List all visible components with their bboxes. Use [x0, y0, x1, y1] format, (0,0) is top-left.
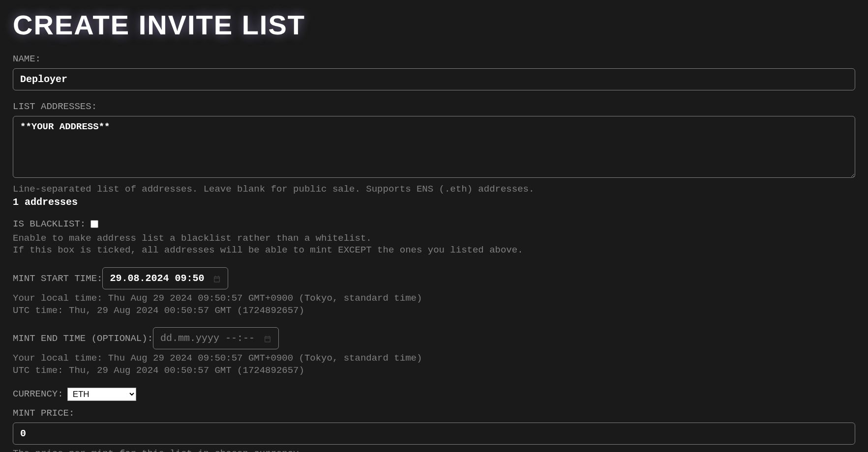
currency-field-group: CURRENCY: ETH [13, 388, 855, 401]
is-blacklist-label: IS BLACKLIST: [13, 219, 86, 229]
mint-start-time-field-group: MINT START TIME: 29.08.2024 09:50 Your l… [13, 267, 855, 316]
page-title: CREATE INVITE LIST [13, 9, 855, 41]
mint-price-input[interactable] [13, 423, 855, 445]
mint-end-local-time: Your local time: Thu Aug 29 2024 09:50:5… [13, 352, 855, 365]
mint-end-time-label: MINT END TIME (OPTIONAL): [13, 333, 153, 344]
list-addresses-textarea[interactable]: **YOUR ADDRESS** [13, 116, 855, 178]
list-addresses-helper: Line-separated list of addresses. Leave … [13, 183, 855, 196]
name-input[interactable] [13, 68, 855, 90]
mint-price-helper-1: The price per mint for this list in chos… [13, 448, 855, 452]
is-blacklist-helper-2: If this box is ticked, all addresses wil… [13, 244, 855, 256]
list-addresses-field-group: LIST ADDRESSES: **YOUR ADDRESS** Line-se… [13, 101, 855, 208]
is-blacklist-helper-1: Enable to make address list a blacklist … [13, 232, 855, 245]
mint-end-time-input[interactable]: dd.mm.yyyy --:-- [153, 327, 279, 349]
currency-label: CURRENCY: [13, 389, 63, 399]
list-addresses-label: LIST ADDRESSES: [13, 101, 97, 112]
is-blacklist-field-group: IS BLACKLIST: Enable to make address lis… [13, 219, 855, 256]
currency-select[interactable]: ETH [67, 388, 136, 401]
mint-start-time-value: 29.08.2024 09:50 [110, 273, 204, 284]
mint-price-field-group: MINT PRICE: The price per mint for this … [13, 408, 855, 452]
mint-start-time-input[interactable]: 29.08.2024 09:50 [102, 267, 228, 289]
is-blacklist-checkbox[interactable] [90, 220, 98, 228]
mint-end-time-field-group: MINT END TIME (OPTIONAL): dd.mm.yyyy --:… [13, 327, 855, 376]
mint-end-utc-time: UTC time: Thu, 29 Aug 2024 00:50:57 GMT … [13, 365, 855, 377]
mint-price-label: MINT PRICE: [13, 408, 74, 419]
name-label: NAME: [13, 54, 41, 64]
mint-end-time-placeholder: dd.mm.yyyy --:-- [160, 333, 255, 344]
address-count: 1 addresses [13, 197, 855, 208]
calendar-icon [213, 275, 221, 282]
name-field-group: NAME: [13, 54, 855, 90]
mint-start-local-time: Your local time: Thu Aug 29 2024 09:50:5… [13, 292, 855, 305]
calendar-icon [264, 335, 271, 342]
mint-start-utc-time: UTC time: Thu, 29 Aug 2024 00:50:57 GMT … [13, 305, 855, 317]
mint-start-time-label: MINT START TIME: [13, 273, 102, 284]
